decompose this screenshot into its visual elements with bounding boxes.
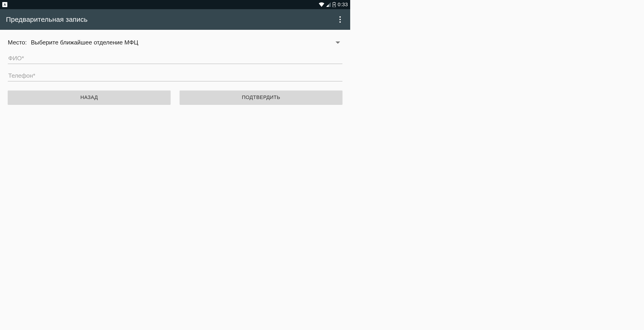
place-label: Место: (8, 39, 27, 46)
screen-root: A 0:33 Предварительна (0, 0, 350, 180)
form-content: Место: Выберите ближайшее отделение МФЦ … (0, 30, 350, 104)
back-button[interactable]: НАЗАД (8, 90, 170, 104)
more-vert-icon (340, 16, 341, 18)
place-row: Место: Выберите ближайшее отделение МФЦ (7, 39, 343, 46)
name-input[interactable] (8, 53, 342, 64)
page-title: Предварительная запись (6, 16, 88, 24)
place-spinner-text: Выберите ближайшее отделение МФЦ (31, 39, 336, 46)
svg-rect-1 (334, 2, 334, 3)
name-field-wrapper (8, 53, 342, 64)
app-bar: Предварительная запись (0, 9, 350, 30)
confirm-button[interactable]: ПОДТВЕРДИТЬ (180, 90, 342, 104)
status-bar: A 0:33 (0, 0, 350, 9)
clock-text: 0:33 (338, 2, 348, 8)
keyboard-indicator-icon: A (2, 2, 7, 7)
button-row: НАЗАД ПОДТВЕРДИТЬ (7, 90, 343, 104)
wifi-icon (319, 2, 324, 7)
overflow-menu-button[interactable] (336, 15, 344, 24)
phone-input[interactable] (8, 70, 342, 81)
chevron-down-icon (336, 42, 340, 44)
cell-signal-icon (326, 2, 331, 7)
phone-field-wrapper (8, 70, 342, 81)
place-spinner[interactable]: Выберите ближайшее отделение МФЦ (31, 39, 342, 46)
battery-charging-icon (332, 2, 336, 7)
